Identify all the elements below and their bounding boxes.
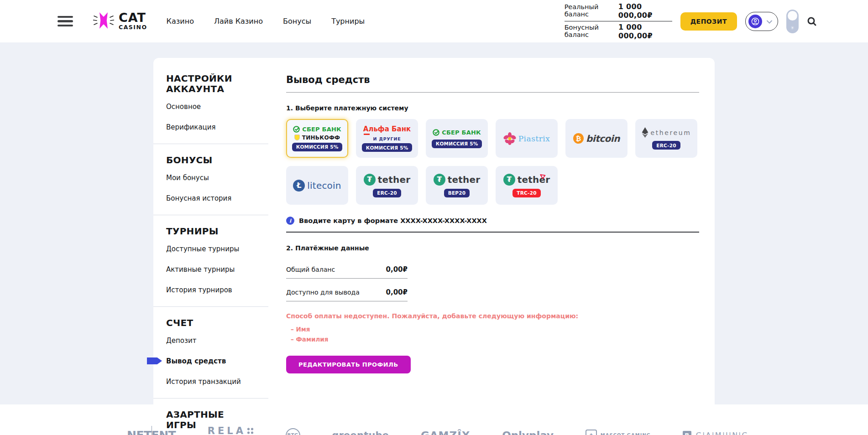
available-balance-row: Доступно для вывода 0,00₽ [286,288,408,301]
payment-card-ethereum[interactable]: ethereum ERC-20 [635,119,697,158]
sber-icon [433,129,439,136]
commission-badge: КОМИССИЯ 5% [362,143,413,152]
warning-text: Способ оплаты недоступен. Пожалуйста, до… [286,312,699,320]
bgaming-b-icon: B [683,431,691,435]
mascot-gaming-icon: ❖ [586,430,597,435]
ethereum-label: ethereum [651,129,691,136]
mascot-gaming-logo: MASCOT GAMING [601,433,651,435]
provider-relax-gaming[interactable]: RELA GAMING [208,425,254,435]
payment-card-piastrix[interactable]: Piastrix [496,119,558,158]
tether-label: tether [378,174,411,185]
provider-gamzix[interactable]: GAMZÎX [421,430,471,435]
nav-item-live-casino[interactable]: Лайв Казино [214,17,263,26]
btg-logo: BTG [286,428,300,435]
sidebar-item-withdrawal[interactable]: Вывод средств [166,357,269,365]
missing-field-first-name: Имя [286,326,699,333]
logo-text-casino: CASINO [119,24,147,31]
relax-logo-text: RELA [208,425,246,435]
total-balance-row: Общий баланс 0,00₽ [286,265,408,279]
available-balance-value: 0,00₽ [386,288,408,296]
tinkoff-icon [294,135,300,140]
sber-label: СБЕР БАНК [302,126,341,133]
payment-card-tether-bep20[interactable]: ₮ tether BEP20 [426,166,488,205]
payment-card-sberbank[interactable]: СБЕР БАНК КОМИССИЯ 5% [426,119,488,158]
sber-icon [293,126,300,133]
balance-block: Реальный баланс 1 000 000,00₽ Бонусный б… [565,1,672,41]
card-format-text: Вводите карту в формате XXXX-XXXX-XXXX-X… [299,217,487,224]
tether-label: tether [448,174,481,185]
payment-card-tether-erc20[interactable]: ₮ tether ERC-20 [356,166,418,205]
gamzix-logo: GAMZÎX [421,430,471,435]
provider-btg[interactable]: BTG [286,428,300,435]
onlyplay-logo: Onlyplay [502,430,554,435]
provider-netent[interactable]: NETENT [127,429,176,435]
sidebar-section-title-settings: НАСТРОЙКИ АККАУНТА [166,73,253,94]
card-format-note: i Вводите карту в формате XXXX-XXXX-XXXX… [286,217,699,225]
payment-balance-block: Общий баланс 0,00₽ Доступно для вывода 0… [286,265,408,301]
step1-label: 1. Выберите платежную систему [286,104,699,112]
header-right: Реальный баланс 1 000 000,00₽ Бонусный б… [565,1,817,41]
search-button[interactable] [807,16,817,26]
sidebar-item-my-bonuses[interactable]: Мои бонусы [166,174,269,182]
payment-methods-grid: СБЕР БАНК ТИНЬКОФФ КОМИССИЯ 5% Альфа Бан… [286,119,699,205]
sidebar-item-deposit[interactable]: Депозит [166,337,269,345]
sidebar-item-transaction-history[interactable]: История транзакций [166,378,269,386]
total-balance-label: Общий баланс [286,266,335,273]
sidebar-item-active-tournaments[interactable]: Активные турниры [166,265,269,274]
payment-card-litecoin[interactable]: Ł litecoin [286,166,348,205]
provider-bgaming[interactable]: B G|A|M|I|N|G [683,431,748,435]
logo[interactable]: CAT CASINO [93,10,147,32]
avatar [748,15,762,28]
piastrix-label: Piastrix [518,134,550,143]
provider-onlyplay[interactable]: Onlyplay [502,430,554,435]
netent-logo: NETENT [127,429,176,435]
nav-item-casino[interactable]: Казино [167,17,194,26]
info-icon: i [286,217,294,225]
network-badge: ERC-20 [652,141,680,150]
network-badge: ERC-20 [373,189,401,197]
network-badge: BEP20 [444,189,470,197]
sidebar-item-verification[interactable]: Верификация [166,123,269,131]
provider-greentube[interactable]: greentube [332,430,389,435]
deposit-button[interactable]: ДЕПОЗИТ [680,12,737,31]
main-area: НАСТРОЙКИ АККАУНТА Основное Верификация … [0,58,868,404]
sidebar-item-available-tournaments[interactable]: Доступные турниры [166,245,269,253]
title-divider [286,92,699,93]
sidebar-section-title-tournaments: ТУРНИРЫ [166,226,253,237]
account-menu[interactable] [745,12,778,31]
payment-card-alfa-bank[interactable]: Альфа Банк И ДРУГИЕ КОМИССИЯ 5% [356,119,418,158]
litecoin-icon: Ł [293,180,305,192]
real-balance-value: 1 000 000,00₽ [618,2,672,20]
litecoin-label: litecoin [307,180,341,191]
payment-card-tether-trc20[interactable]: ₮ tether TRC-20 [496,166,558,205]
header: CAT CASINO Казино Лайв Казино Бонусы Тур… [0,0,868,42]
total-balance-value: 0,00₽ [386,265,408,274]
sidebar-item-main[interactable]: Основное [166,103,269,111]
edit-profile-button[interactable]: РЕДАКТИРОВАТЬ ПРОФИЛЬ [286,356,411,373]
chevron-down-icon [767,17,772,26]
payment-card-bitcoin[interactable]: ₿ bitcoin [565,119,627,158]
nav-item-tournaments[interactable]: Турниры [331,17,365,26]
bonus-balance-value: 1 000 000,00₽ [618,23,672,40]
active-item-arrow-icon [147,357,162,364]
provider-mascot-gaming[interactable]: ❖ MASCOT GAMING [586,430,651,435]
cat-logo-icon [93,10,114,32]
sidebar-item-tournament-history[interactable]: История турниров [166,286,269,294]
sidebar-section-title-account: СЧЕТ [166,318,253,328]
commission-badge: КОМИССИЯ 5% [292,143,343,151]
tether-icon: ₮ [503,174,515,186]
hamburger-menu-icon[interactable] [58,16,73,27]
theme-toggle[interactable]: ☀ [786,10,799,33]
sidebar-section-title-bonuses: БОНУСЫ [166,155,253,166]
tinkoff-label: ТИНЬКОФФ [302,135,340,141]
payment-card-sber-tinkoff[interactable]: СБЕР БАНК ТИНЬКОФФ КОМИССИЯ 5% [286,119,348,158]
search-icon [807,16,817,26]
nav-item-bonuses[interactable]: Бонусы [283,17,311,26]
bonus-balance-row: Бонусный баланс 1 000 000,00₽ [565,21,672,41]
bgaming-logo: G|A|M|I|N|G [696,431,748,435]
bitcoin-icon: ₿ [573,133,584,144]
sber-label: СБЕР БАНК [442,129,481,136]
bonus-balance-label: Бонусный баланс [565,24,618,38]
sidebar-item-bonus-history[interactable]: Бонусная история [166,194,269,202]
alfa-bank-label: Альфа Банк [363,125,411,133]
